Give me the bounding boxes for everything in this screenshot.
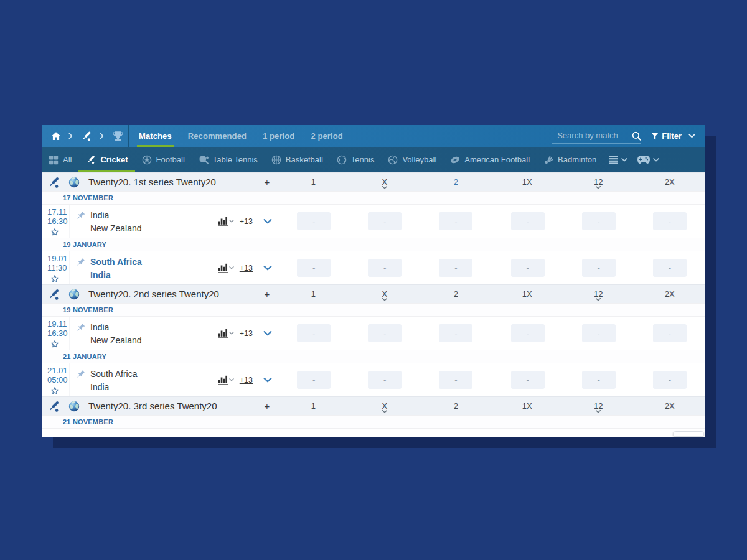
expand-match-icon[interactable] — [263, 378, 272, 383]
column-header-2[interactable]: 2 — [420, 285, 492, 303]
column-header-1[interactable]: 1 — [278, 285, 349, 303]
statistics-button[interactable] — [218, 263, 234, 273]
filter-button[interactable]: Filter — [651, 125, 695, 147]
home-icon[interactable] — [51, 131, 61, 141]
search-icon[interactable] — [632, 131, 641, 141]
column-header-1x[interactable]: 1X — [492, 285, 563, 303]
odds-button-2[interactable]: - — [439, 212, 472, 230]
sport-item-american-football[interactable]: American Football — [443, 147, 537, 172]
sport-item-badminton[interactable]: Badminton — [537, 147, 603, 172]
pin-button[interactable] — [70, 251, 90, 284]
odds-button-12[interactable]: - — [582, 371, 616, 389]
odds-button-1[interactable]: - — [297, 324, 331, 342]
tab-2-period[interactable]: 2 period — [311, 125, 342, 147]
match-date: 21.01 — [47, 366, 69, 375]
expand-match-icon[interactable] — [263, 331, 272, 336]
sport-item-volleyball[interactable]: Volleyball — [381, 147, 443, 172]
favorite-star-icon[interactable] — [50, 340, 59, 348]
column-header-x[interactable]: X — [349, 173, 421, 191]
esports-menu-button[interactable] — [637, 156, 659, 164]
expand-match-icon[interactable] — [263, 219, 272, 224]
trophy-icon[interactable] — [111, 131, 125, 142]
column-header-1[interactable]: 1 — [278, 173, 349, 191]
favorite-star-icon[interactable] — [50, 228, 59, 236]
column-header-12[interactable]: 12 — [563, 285, 634, 303]
expand-match-icon[interactable] — [263, 266, 272, 271]
horizontal-scrollbar-thumb[interactable] — [673, 431, 704, 437]
column-header-12[interactable]: 12 — [563, 397, 634, 415]
match-teams[interactable]: India New Zealand — [90, 317, 218, 350]
football-icon — [142, 155, 152, 165]
sport-item-cricket[interactable]: Cricket — [78, 147, 134, 172]
odds-button-x[interactable]: - — [368, 259, 402, 277]
odds-button-1x[interactable]: - — [511, 212, 545, 230]
search-input[interactable] — [552, 131, 632, 141]
tab-recommended[interactable]: Recommended — [188, 125, 247, 147]
more-bets-link[interactable]: +13 — [240, 217, 253, 226]
sport-item-all[interactable]: All — [42, 147, 78, 172]
match-teams[interactable]: South Africa India — [90, 251, 218, 284]
column-header-1[interactable]: 1 — [278, 397, 349, 415]
odds-button-1x[interactable]: - — [511, 324, 545, 342]
more-bets-link[interactable]: +13 — [240, 376, 253, 385]
match-teams[interactable]: South Africa India — [90, 363, 218, 396]
statistics-button[interactable] — [218, 328, 234, 338]
pushpin-icon — [74, 210, 86, 222]
column-header-2x[interactable]: 2X — [634, 285, 706, 303]
sport-item-table-tennis[interactable]: Table Tennis — [192, 147, 265, 172]
league-title[interactable]: Twenty20. 3rd series Twenty20 — [88, 401, 256, 411]
pin-button[interactable] — [70, 205, 90, 238]
sports-list-menu-button[interactable] — [609, 156, 627, 164]
odds-button-1[interactable]: - — [297, 259, 331, 277]
favorite-star-icon[interactable] — [50, 386, 59, 395]
odds-button-12[interactable]: - — [582, 259, 616, 277]
league-title[interactable]: Twenty20. 1st series Twenty20 — [88, 177, 256, 187]
odds-button-1x[interactable]: - — [511, 259, 545, 277]
odds-button-2x[interactable]: - — [653, 371, 687, 389]
expand-league-button[interactable]: + — [256, 401, 278, 411]
more-bets-link[interactable]: +13 — [240, 264, 253, 273]
pin-button[interactable] — [70, 317, 90, 350]
column-header-2x[interactable]: 2X — [634, 173, 706, 191]
column-header-1x[interactable]: 1X — [492, 173, 563, 191]
column-header-x[interactable]: X — [349, 397, 421, 415]
odds-cell: - — [634, 205, 705, 238]
odds-button-1[interactable]: - — [297, 212, 331, 230]
odds-button-2[interactable]: - — [439, 371, 472, 389]
odds-button-2x[interactable]: - — [653, 259, 687, 277]
column-header-12[interactable]: 12 — [563, 173, 634, 191]
odds-button-1[interactable]: - — [297, 371, 331, 389]
odds-button-12[interactable]: - — [582, 324, 616, 342]
column-header-2x[interactable]: 2X — [634, 397, 706, 415]
sport-item-tennis[interactable]: Tennis — [330, 147, 382, 172]
favorite-star-icon[interactable] — [50, 274, 59, 283]
sport-item-basketball[interactable]: Basketball — [265, 147, 330, 172]
column-header-1x[interactable]: 1X — [492, 397, 563, 415]
more-bets-link[interactable]: +13 — [240, 329, 253, 338]
odds-cell: - — [420, 317, 491, 350]
column-header-x[interactable]: X — [349, 285, 421, 303]
cricket-icon[interactable] — [80, 130, 92, 142]
statistics-button[interactable] — [218, 375, 234, 385]
sports-bar-menus — [609, 147, 659, 172]
tab-matches[interactable]: Matches — [139, 125, 172, 147]
odds-button-2[interactable]: - — [439, 259, 472, 277]
match-teams[interactable]: India New Zealand — [90, 205, 218, 238]
odds-button-2x[interactable]: - — [653, 212, 687, 230]
odds-button-1x[interactable]: - — [511, 371, 545, 389]
column-header-2[interactable]: 2 — [420, 397, 492, 415]
sport-item-football[interactable]: Football — [135, 147, 192, 172]
pin-button[interactable] — [70, 363, 90, 396]
expand-league-button[interactable]: + — [256, 177, 278, 187]
odds-button-2[interactable]: - — [439, 324, 472, 342]
odds-button-2x[interactable]: - — [653, 324, 687, 342]
expand-league-button[interactable]: + — [256, 289, 278, 299]
odds-button-x[interactable]: - — [368, 212, 402, 230]
odds-button-x[interactable]: - — [368, 371, 402, 389]
odds-button-x[interactable]: - — [368, 324, 402, 342]
tab-1-period[interactable]: 1 period — [263, 125, 294, 147]
league-title[interactable]: Twenty20. 2nd series Twenty20 — [88, 289, 256, 299]
statistics-button[interactable] — [218, 216, 234, 226]
odds-button-12[interactable]: - — [582, 212, 616, 230]
column-header-2[interactable]: 2 — [420, 173, 492, 191]
